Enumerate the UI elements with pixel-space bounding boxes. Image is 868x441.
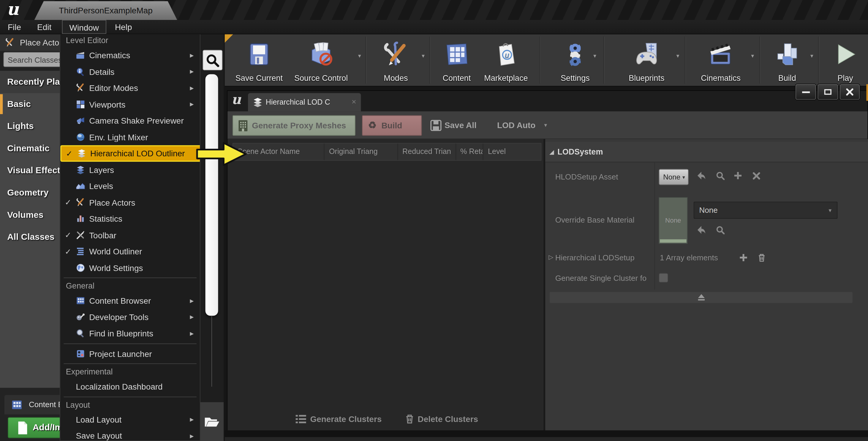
generate-clusters-button[interactable]: Generate Clusters [296,414,381,423]
add-asset-button[interactable] [732,170,743,181]
material-thumbnail[interactable]: None [659,197,687,244]
menu-item-project-launcher[interactable]: Project Launcher [60,345,200,362]
source-control-dropdown-arrow[interactable]: ▼ [357,53,362,59]
cinematics-dropdown-arrow[interactable]: ▼ [750,53,755,59]
hlodsetup-asset-dropdown[interactable]: None ▼ [659,169,689,185]
menu-item-content-browser[interactable]: Content Browser ▶ [60,292,200,309]
submenu-arrow-icon: ▶ [190,298,200,303]
empty-array-button[interactable] [756,252,767,263]
hlod-build-button[interactable]: ♻ Build [362,115,422,136]
settings-button[interactable]: Settings [552,34,599,86]
level-tab[interactable]: ThirdPersonExampleMap [34,1,177,20]
menu-item-env-light-mixer[interactable]: Env. Light Mixer [60,129,200,145]
toolbar-separator [603,36,604,84]
screen-edge-accent [866,84,868,101]
play-button[interactable]: Play [826,34,864,86]
modes-button[interactable]: Modes [373,34,418,86]
use-selected-material-button[interactable] [696,224,707,235]
browse-material-button[interactable] [715,224,726,235]
menu-item-statistics[interactable]: Statistics [60,210,200,227]
details-icon [76,67,85,77]
hlod-window-tab[interactable]: Hierarchical LOD C ✕ [248,93,361,112]
menu-item-find-in-blueprints[interactable]: Find in Blueprints ▶ [60,325,200,342]
add-array-element-button[interactable] [738,252,749,263]
source-control-button[interactable]: Source Control [290,34,352,86]
menu-item-toolbar[interactable]: ✓ Toolbar [60,227,200,243]
lod-auto-label: LOD Auto [497,120,535,130]
menu-item-world-outliner[interactable]: ✓ World Outliner [60,243,200,259]
generate-single-cluster-checkbox[interactable] [659,273,668,283]
search-button[interactable] [203,50,222,70]
unreal-logo-icon: u [3,1,22,19]
menu-edit[interactable]: Edit [29,20,60,34]
hierarchical-lodsetup-row[interactable]: ▷ Hierarchical LODSetup 1 Array elements [545,249,868,268]
save-current-button[interactable]: Save Current [230,34,288,86]
lod-auto-dropdown[interactable]: LOD Auto ▼ [497,115,552,136]
modes-dropdown-arrow[interactable]: ▼ [421,53,426,59]
menu-item-cinematics[interactable]: Cinematics ▶ [60,47,200,63]
blueprints-dropdown-arrow[interactable]: ▼ [675,53,680,59]
save-all-button[interactable]: Save All [429,115,484,136]
menu-item-camera-shake-previewer[interactable]: Camera Shake Previewer [60,112,200,129]
generate-proxy-meshes-button[interactable]: Generate Proxy Meshes [232,115,355,136]
use-selected-asset-button[interactable] [696,170,707,181]
viewports-icon [76,99,85,109]
save-all-label: Save All [444,115,476,135]
menu-item-hierarchical-lod-outliner[interactable]: ✓ Hierarchical LOD Outliner [60,145,200,161]
menu-item-editor-modes[interactable]: Editor Modes ▶ [60,80,200,96]
menu-item-developer-tools[interactable]: Developer Tools ▶ [60,309,200,325]
details-expander-bar[interactable] [550,292,852,303]
menu-item-place-actors[interactable]: ✓ Place Actors [60,194,200,210]
settings-dropdown-arrow[interactable]: ▼ [592,53,597,59]
close-icon [846,88,854,96]
column-level[interactable]: Level [483,144,541,160]
delete-clusters-trash-icon [405,414,414,424]
folder-button[interactable] [200,402,224,441]
menu-item-localization-dashboard[interactable]: Localization Dashboard [60,378,200,395]
column-percent-retained[interactable]: % Reta [455,144,483,160]
marketplace-button[interactable]: u Marketplace [478,34,534,86]
build-button[interactable]: Build [767,34,807,86]
toolbar-separator [685,36,686,84]
menu-item-world-settings[interactable]: World Settings [60,259,200,276]
content-button[interactable]: Content [437,34,476,86]
column-original-triangles[interactable]: Original Triang [324,144,397,160]
svg-text:u: u [505,51,509,59]
minimize-button[interactable] [796,84,816,99]
menu-help[interactable]: Help [106,20,141,34]
row-collapsed-icon[interactable]: ▷ [549,254,553,261]
override-material-combo[interactable]: None ▼ [694,202,838,219]
maximize-button[interactable] [817,84,838,99]
scrollbar-track[interactable] [211,316,212,387]
content-browser-icon [76,296,85,305]
menu-item-details[interactable]: Details ▶ [60,63,200,80]
check-icon: ✓ [65,198,71,207]
trash-icon [758,253,766,262]
close-button[interactable] [840,84,860,99]
browse-asset-button[interactable] [715,170,726,181]
layers-stack-icon [252,97,263,107]
place-actors-icon [5,38,15,48]
toolbar-separator [818,36,819,84]
override-base-material-label: Override Base Material [555,215,634,224]
blueprints-button[interactable]: Blueprints [620,34,673,86]
layers-icon [76,165,85,174]
scrollbar-thumb[interactable] [206,74,218,316]
menu-item-layers[interactable]: Layers [60,161,200,178]
menu-item-viewports[interactable]: Viewports ▶ [60,96,200,112]
cinematics-button[interactable]: Cinematics [693,34,748,86]
tab-close-icon[interactable]: ✕ [351,93,356,112]
menu-item-levels[interactable]: Levels [60,178,200,194]
menu-file[interactable]: File [0,20,29,34]
menu-window[interactable]: Window [62,20,106,34]
build-dropdown-arrow[interactable]: ▼ [809,53,814,59]
submenu-arrow-icon: ▶ [190,433,200,439]
menu-item-save-layout[interactable]: Save Layout ▶ [60,428,200,441]
unreal-editor-root: u ThirdPersonExampleMap File Edit Window… [0,0,868,441]
delete-clusters-button[interactable]: Delete Clusters [405,414,478,424]
menu-item-load-layout[interactable]: Load Layout ▶ [60,411,200,428]
column-reduced-triangles[interactable]: Reduced Trian [397,144,455,160]
clear-asset-button[interactable] [751,170,762,181]
back-arrow-icon [697,171,706,180]
lodsystem-section-header[interactable]: ◢ LODSystem [545,142,868,162]
